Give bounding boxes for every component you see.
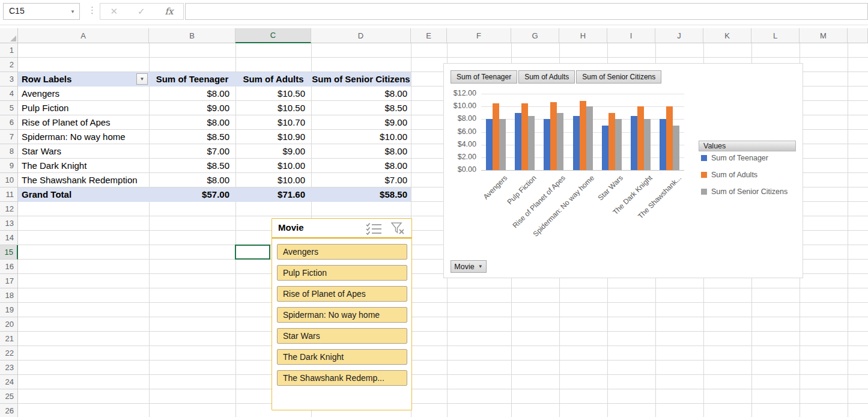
row-header-16[interactable]: 16 — [0, 260, 18, 274]
row-header-8[interactable]: 8 — [0, 144, 18, 159]
chart-values-field-button[interactable]: Values — [699, 141, 796, 151]
clear-filter-icon[interactable] — [391, 222, 405, 235]
pivot-cell-value: $10.90 — [235, 130, 305, 144]
name-box[interactable]: C15 ▼ — [3, 3, 80, 20]
column-header-i[interactable]: I — [607, 28, 655, 43]
pivot-cell-value: $10.50 — [235, 87, 305, 101]
pivot-row-label: Pulp Fiction — [22, 101, 68, 115]
row-header-26[interactable]: 26 — [0, 404, 18, 417]
pivot-grand-total-value: $58.50 — [311, 187, 407, 202]
pivot-cell-value: $8.00 — [311, 144, 407, 159]
chart-bar — [550, 102, 557, 170]
row-header-12[interactable]: 12 — [0, 202, 18, 216]
row-header-21[interactable]: 21 — [0, 332, 18, 346]
y-axis-tick-label: $4.00 — [444, 140, 476, 148]
row-header-1[interactable]: 1 — [0, 43, 18, 58]
row-header-24[interactable]: 24 — [0, 375, 18, 389]
multi-select-icon[interactable] — [366, 222, 383, 235]
row-labels-filter-button[interactable]: ▼ — [136, 73, 148, 85]
insert-function-icon[interactable]: fx — [165, 6, 174, 17]
row-header-22[interactable]: 22 — [0, 346, 18, 361]
row-header-6[interactable]: 6 — [0, 115, 18, 130]
row-header-13[interactable]: 13 — [0, 216, 18, 231]
slicer-item[interactable]: Rise of Planet of Apes — [277, 286, 407, 302]
chart-bar — [644, 119, 651, 170]
chart-field-button[interactable]: Sum of Adults — [518, 70, 575, 84]
chart-values-label: Values — [703, 142, 726, 150]
chart-bar — [615, 119, 622, 170]
row-header-20[interactable]: 20 — [0, 317, 18, 332]
chart-gridline — [481, 94, 684, 94]
row-header-10[interactable]: 10 — [0, 173, 18, 187]
chart-bar — [486, 119, 493, 170]
pivot-grand-total-label: Grand Total — [22, 187, 71, 202]
column-header-g[interactable]: G — [511, 28, 559, 43]
pivot-row-labels-header: Row Labels — [22, 72, 71, 87]
chart-bar — [557, 113, 563, 170]
column-header-e[interactable]: E — [411, 28, 447, 43]
row-header-4[interactable]: 4 — [0, 87, 18, 101]
row-header-19[interactable]: 19 — [0, 303, 18, 317]
pivot-cell-value: $7.00 — [149, 144, 229, 159]
slicer-item[interactable]: Spiderman: No way home — [277, 307, 407, 323]
chart-bar — [521, 103, 528, 170]
formula-bar-input[interactable] — [185, 3, 868, 20]
legend-label: Sum of Senior Citizens — [711, 187, 788, 196]
cancel-icon[interactable]: ✕ — [110, 6, 118, 17]
column-header-j[interactable]: J — [655, 28, 703, 43]
row-header-18[interactable]: 18 — [0, 288, 18, 303]
select-all-corner[interactable] — [0, 28, 18, 43]
chart-bar — [602, 126, 609, 170]
row-header-2[interactable]: 2 — [0, 58, 18, 72]
slicer-item[interactable]: Pulp Fiction — [277, 265, 407, 281]
pivot-cell-value: $10.70 — [235, 115, 305, 130]
pivot-cell-value: $10.50 — [235, 101, 305, 115]
pivot-row-label: The Shawshank Redemption — [22, 173, 138, 187]
row-header-14[interactable]: 14 — [0, 231, 18, 245]
column-header-f[interactable]: F — [447, 28, 511, 43]
pivot-cell-value: $9.00 — [311, 115, 407, 130]
legend-swatch-icon — [701, 155, 707, 161]
pivot-row-label: Avengers — [22, 87, 59, 101]
pivot-row-label: Star Wars — [22, 144, 61, 159]
column-header-h[interactable]: H — [559, 28, 607, 43]
slicer-item[interactable]: The Shawshank Redemp... — [277, 370, 407, 386]
row-header-25[interactable]: 25 — [0, 389, 18, 404]
chart-axis-field-button[interactable]: Movie ▼ — [451, 260, 487, 273]
column-header-m[interactable]: M — [800, 28, 848, 43]
chart-bar — [673, 126, 679, 170]
column-header-a[interactable]: A — [18, 28, 149, 43]
x-axis-category-label: Rise of Planet of Apes — [511, 174, 566, 230]
column-headers: ABCDEFGHIJKLM — [0, 28, 868, 43]
y-axis-tick-label: $12.00 — [444, 89, 476, 97]
row-header-7[interactable]: 7 — [0, 130, 18, 144]
column-header-k[interactable]: K — [703, 28, 751, 43]
column-header-d[interactable]: D — [311, 28, 411, 43]
row-header-3[interactable]: 3 — [0, 72, 18, 87]
enter-icon[interactable]: ✓ — [138, 6, 145, 17]
pivot-chart[interactable]: Sum of TeenagerSum of AdultsSum of Senio… — [443, 63, 803, 278]
row-header-17[interactable]: 17 — [0, 274, 18, 288]
column-header-b[interactable]: B — [149, 28, 235, 43]
chart-gridline — [481, 170, 684, 171]
column-header-l[interactable]: L — [751, 28, 800, 43]
chart-field-button[interactable]: Sum of Senior Citizens — [576, 70, 661, 84]
selected-cell-c15[interactable] — [235, 245, 270, 260]
row-header-15[interactable]: 15 — [0, 245, 18, 260]
row-header-23[interactable]: 23 — [0, 361, 18, 375]
chart-bar — [637, 106, 644, 170]
chart-bar — [660, 119, 666, 170]
name-box-dropdown-icon[interactable]: ▼ — [70, 9, 75, 14]
row-header-9[interactable]: 9 — [0, 159, 18, 173]
slicer-item[interactable]: Star Wars — [277, 328, 407, 344]
slicer-item[interactable]: Avengers — [277, 244, 407, 260]
movie-slicer[interactable]: Movie AvengersPulp FictionRise of Planet… — [272, 218, 412, 410]
pivot-cell-value: $8.00 — [149, 115, 229, 130]
chart-field-button[interactable]: Sum of Teenager — [451, 70, 517, 84]
slicer-item[interactable]: The Dark Knight — [277, 349, 407, 365]
pivot-grand-total-value: $57.00 — [149, 187, 229, 202]
row-header-11[interactable]: 11 — [0, 187, 18, 202]
column-header-c[interactable]: C — [235, 28, 311, 43]
row-header-5[interactable]: 5 — [0, 101, 18, 115]
column-header-filler — [848, 28, 868, 43]
